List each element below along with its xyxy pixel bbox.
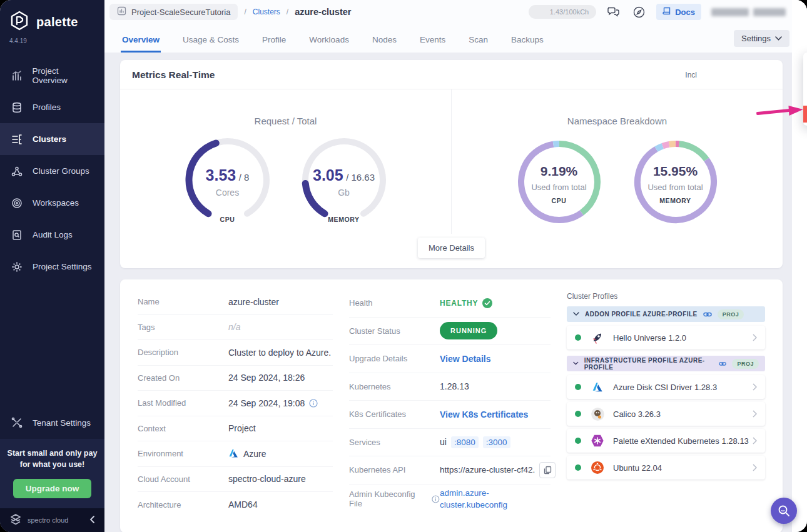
profile-pack-azure-disk-csi[interactable]: Azure Disk CSI Driver 1.28.3	[567, 375, 765, 399]
project-selector[interactable]: Project-ScaleSecureTutoria	[109, 4, 238, 20]
brand-name: palette	[36, 15, 78, 29]
sidebar-item-audit-logs[interactable]: Audit Logs	[0, 219, 104, 251]
tab-scan[interactable]: Scan	[467, 35, 489, 53]
view-k8s-certificates-link[interactable]: View K8s Certificates	[440, 409, 528, 419]
sidebar: palette 4.4.19 Project Overview Profiles	[0, 0, 104, 532]
field-label: Services	[349, 438, 440, 447]
sidebar-item-label: Workspaces	[33, 198, 79, 208]
tab-profile[interactable]: Profile	[261, 35, 287, 53]
tab-usage-costs[interactable]: Usage & Costs	[181, 35, 240, 53]
cpu-unit-label: Cores	[171, 188, 284, 198]
settings-dropdown-button[interactable]: Settings	[734, 30, 789, 47]
sidebar-item-project-overview[interactable]: Project Overview	[0, 59, 104, 91]
profile-pack-ubuntu[interactable]: Ubuntu 22.04	[567, 456, 765, 479]
cluster-list-icon	[10, 133, 24, 146]
palette-logo-icon	[9, 10, 30, 34]
namespace-memory-kind: MEMORY	[629, 197, 723, 204]
profile-header-label: INFRASTRUCTURE PROFILE AZURE-PROFILE	[584, 357, 714, 371]
kubernetes-api-value: https://azure-cluster-cf42...	[440, 462, 556, 478]
service-port-link[interactable]: :8080	[451, 436, 479, 448]
chat-icon[interactable]	[606, 4, 621, 19]
info-icon[interactable]	[432, 495, 440, 503]
request-total-panel: Request / Total 3.53 / 8 Cores CPU 3.05 …	[120, 89, 452, 234]
namespace-cpu-caption: Used from total	[512, 183, 606, 192]
audit-doc-icon	[10, 228, 24, 242]
menu-item-cluster-settings[interactable]: Cluster Settings	[803, 55, 807, 72]
field-label: Upgrade Details	[349, 354, 440, 363]
cpu-kind-label: CPU	[171, 216, 284, 223]
azure-icon	[228, 449, 239, 458]
collapse-sidebar-chevron-icon[interactable]	[89, 515, 96, 525]
cluster-name-value: azure-cluster	[228, 297, 279, 307]
help-search-fab[interactable]	[771, 498, 797, 524]
memory-gauge: 3.05 / 16.63 Gb MEMORY	[288, 133, 400, 228]
header-row: Project-ScaleSecureTutoria / Clusters / …	[104, 0, 807, 24]
sidebar-item-label: Profiles	[33, 103, 61, 112]
pack-name: Calico 3.26.3	[613, 409, 661, 419]
compass-icon[interactable]	[631, 4, 646, 19]
pack-name: Azure Disk CSI Driver 1.28.3	[613, 383, 717, 392]
breadcrumb-separator: /	[244, 8, 246, 16]
profile-pack-palette-extended-k8s[interactable]: Palette eXtended Kubernetes 1.28.13	[567, 429, 765, 453]
view-details-link[interactable]: View Details	[440, 354, 490, 364]
pack-status-dot	[575, 334, 581, 341]
field-label: Environment	[138, 449, 228, 458]
rocket-icon	[591, 331, 604, 344]
tab-workloads[interactable]: Workloads	[308, 35, 350, 53]
copy-api-button[interactable]	[539, 462, 556, 478]
tab-backups[interactable]: Backups	[510, 35, 545, 53]
topbar: Project-ScaleSecureTutoria / Clusters / …	[104, 0, 807, 53]
layers-icon	[10, 101, 24, 114]
namespace-memory-donut: 15.95% Used from total MEMORY	[629, 135, 723, 229]
tab-nodes[interactable]: Nodes	[371, 35, 398, 53]
upgrade-now-button[interactable]: Upgrade now	[13, 479, 92, 498]
tab-overview[interactable]: Overview	[121, 35, 161, 53]
more-details-button[interactable]: More Details	[418, 238, 485, 258]
namespace-cpu-donut: 9.19% Used from total CPU	[512, 135, 606, 229]
tab-events[interactable]: Events	[419, 35, 447, 53]
chevron-right-icon	[753, 334, 757, 341]
sidebar-item-profiles[interactable]: Profiles	[0, 91, 104, 123]
ubuntu-icon	[591, 461, 604, 474]
menu-item-on-demand-update[interactable]: On-Demand Update	[803, 72, 807, 89]
scope-badge: PROJ	[732, 359, 759, 369]
cluster-profiles-title: Cluster Profiles	[567, 292, 765, 301]
addon-profile-header[interactable]: ADDON PROFILE AZURE-PROFILE PROJ	[567, 306, 765, 322]
sidebar-item-clusters[interactable]: Clusters	[0, 123, 104, 155]
redacted-username[interactable]	[711, 8, 786, 16]
info-icon[interactable]	[309, 399, 318, 408]
docs-button[interactable]: Docs	[656, 4, 701, 20]
kubernetes-version-value: 1.28.13	[440, 381, 469, 391]
link-icon	[719, 361, 726, 367]
profile-pack-hello-universe[interactable]: Hello Universe 1.2.0	[567, 326, 765, 349]
menu-item-download-logs[interactable]: Download Logs	[803, 89, 807, 106]
sidebar-item-label: Audit Logs	[33, 230, 73, 239]
cluster-status-badge: RUNNING	[440, 322, 497, 339]
footer-brand-label: spectro cloud	[28, 516, 68, 524]
metrics-clipped-option: Incl	[685, 71, 697, 79]
field-label: Last Modified	[138, 398, 228, 408]
infrastructure-profile-header[interactable]: INFRASTRUCTURE PROFILE AZURE-PROFILE PRO…	[567, 356, 765, 371]
context-value: Project	[228, 423, 256, 433]
check-circle-icon	[482, 298, 492, 308]
environment-value: Azure	[228, 449, 266, 459]
breadcrumb-clusters-link[interactable]: Clusters	[253, 8, 280, 16]
spectro-cloud-logo	[9, 512, 23, 528]
sidebar-item-cluster-groups[interactable]: Cluster Groups	[0, 155, 104, 187]
field-label: Cloud Account	[138, 474, 228, 484]
field-label: Kubernetes API	[349, 465, 440, 474]
sidebar-item-project-settings[interactable]: Project Settings	[0, 251, 104, 283]
memory-unit-label: Gb	[288, 188, 400, 198]
metrics-body: Request / Total 3.53 / 8 Cores CPU 3.05 …	[120, 89, 783, 234]
kubeconfig-download-link[interactable]: admin.azure-cluster.kubeconfig	[440, 487, 547, 511]
chevron-right-icon	[753, 464, 757, 471]
breadcrumb-current-cluster: azure-cluster	[295, 7, 351, 17]
service-port-link[interactable]: :3000	[483, 436, 510, 448]
sidebar-item-workspaces[interactable]: Workspaces	[0, 187, 104, 219]
profile-pack-calico[interactable]: Calico 3.26.3	[567, 402, 765, 426]
pack-name: Palette eXtended Kubernetes 1.28.13	[613, 436, 749, 446]
sidebar-item-tenant-settings[interactable]: Tenant Settings	[0, 407, 104, 439]
memory-kind-label: MEMORY	[288, 216, 400, 223]
field-label: Health	[349, 298, 440, 308]
chevron-right-icon	[753, 383, 757, 391]
